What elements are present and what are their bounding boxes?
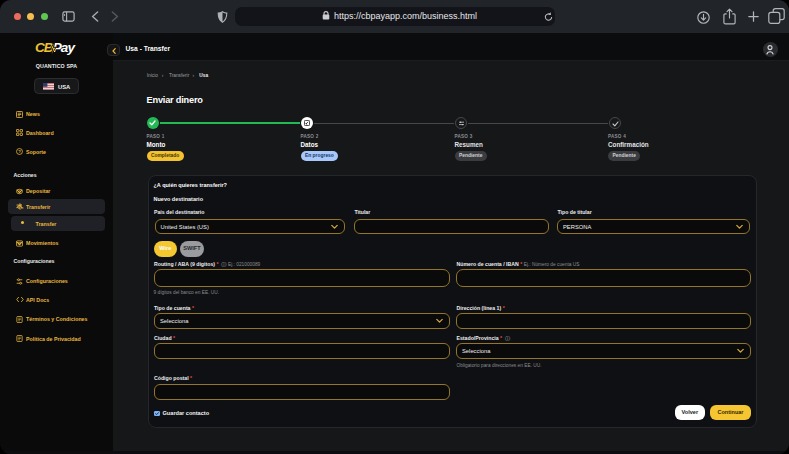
svg-text:?: ?: [18, 149, 21, 154]
